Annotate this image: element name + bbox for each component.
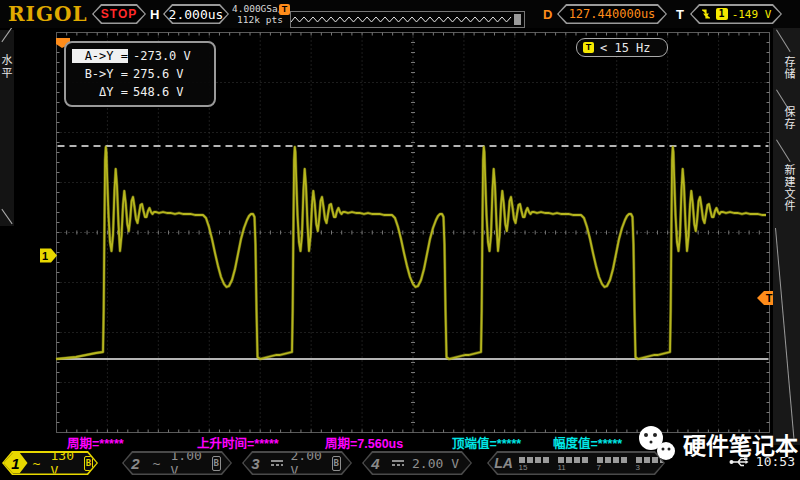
oscilloscope-screen: 1T RIGOL STOP H 2.000us 4.000GSa/s 112k …: [0, 0, 800, 480]
channel-1-bw-icon: B: [84, 456, 93, 471]
tab-edge: [1, 27, 12, 42]
timebase-value: 2.000us: [165, 6, 228, 23]
trigger-label: T: [676, 7, 684, 22]
trigger-freq-icon: T: [583, 42, 594, 53]
waveform-thumbnail[interactable]: [290, 11, 525, 28]
delay-badge[interactable]: 127.440000us: [557, 4, 667, 24]
run-state-label: STOP: [94, 6, 145, 23]
watermark-text: 硬件笔记本: [683, 427, 798, 461]
delay-value: 127.440000us: [559, 6, 666, 23]
timebase-badge[interactable]: 2.000us: [163, 4, 229, 24]
menu-divider: [776, 29, 791, 52]
channel-1-marker-label: 1: [42, 250, 48, 262]
channel-1-coupling-icon: ~: [30, 456, 44, 471]
channel-4-badge[interactable]: 4 2.00 V: [362, 451, 472, 475]
cursor-b-value: 275.6 V: [133, 67, 184, 81]
falling-edge-icon: [701, 8, 712, 20]
horizontal-label: H: [150, 7, 159, 22]
run-state-badge[interactable]: STOP: [92, 4, 146, 24]
cursor-row-b: B->Y = 275.6 V: [72, 65, 208, 83]
trigger-badge[interactable]: 1 -149 V: [690, 4, 782, 24]
tab-edge: [1, 209, 12, 224]
channel-3-coupling-icon: [270, 458, 284, 468]
delay-label: D: [543, 7, 552, 22]
trigger-freq-value: < 15 Hz: [600, 41, 651, 55]
thumb-trigger-icon: T: [279, 4, 290, 15]
channel-2-number: 2: [124, 453, 148, 474]
menu-item-storage[interactable]: 存储: [777, 56, 797, 80]
cursor-row-a: A->Y = -273.0 V: [72, 47, 208, 65]
cursor-row-delta: ΔY = 548.6 V: [72, 83, 208, 101]
top-status-bar: RIGOL STOP H 2.000us 4.000GSa/s 112k pts…: [0, 0, 800, 28]
trigger-level-value: -149 V: [732, 8, 772, 21]
channel-4-coupling-icon: [391, 458, 405, 468]
watermark: 硬件笔记本: [635, 424, 798, 464]
cursor-a-value: -273.0 V: [133, 49, 191, 63]
channel-1-number: 1: [4, 453, 28, 474]
channel-4-number: 4: [364, 453, 388, 474]
channel-1-badge[interactable]: 1 ~ 130 V B: [2, 451, 98, 475]
cursor-delta-label: ΔY =: [72, 85, 128, 99]
channel-2-coupling-icon: ~: [150, 456, 164, 471]
menu-item-save[interactable]: 保存: [777, 106, 797, 130]
channel-3-badge[interactable]: 3 2.00 V B: [242, 451, 352, 475]
trigger-level-marker-label: T: [766, 292, 773, 304]
channel-2-bw-icon: B: [212, 456, 221, 471]
rigol-logo: RIGOL: [8, 2, 88, 26]
channel-2-badge[interactable]: 2 ~ 1.00 V B: [122, 451, 232, 475]
menu-divider: [776, 139, 791, 162]
channel-4-scale: 2.00 V: [412, 456, 459, 471]
trigger-source-badge: 1: [716, 8, 728, 20]
thumbnail-zigzag: [291, 13, 522, 26]
thumbnail-window-indicator[interactable]: [514, 14, 521, 25]
watermark-logo: [635, 424, 679, 464]
menu-title-horizontal: 水平: [1, 54, 14, 80]
cursor-b-label: B->Y =: [72, 67, 128, 81]
menu-item-new-file[interactable]: 新建文件: [777, 164, 797, 212]
right-softkey-menu: 存储 保存 新建文件: [773, 28, 800, 445]
left-menu-tab[interactable]: 水平: [0, 30, 14, 226]
memory-depth: 112k pts: [232, 14, 288, 25]
cursor-readout-box: A->Y = -273.0 V B->Y = 275.6 V ΔY = 548.…: [64, 41, 216, 107]
channel-3-number: 3: [244, 453, 268, 474]
cursor-a-label: A->Y =: [72, 49, 128, 63]
cursor-delta-value: 548.6 V: [133, 85, 184, 99]
channel-3-bw-icon: B: [332, 456, 341, 471]
trigger-frequency-badge: T < 15 Hz: [576, 38, 668, 57]
menu-divider: [775, 228, 795, 442]
